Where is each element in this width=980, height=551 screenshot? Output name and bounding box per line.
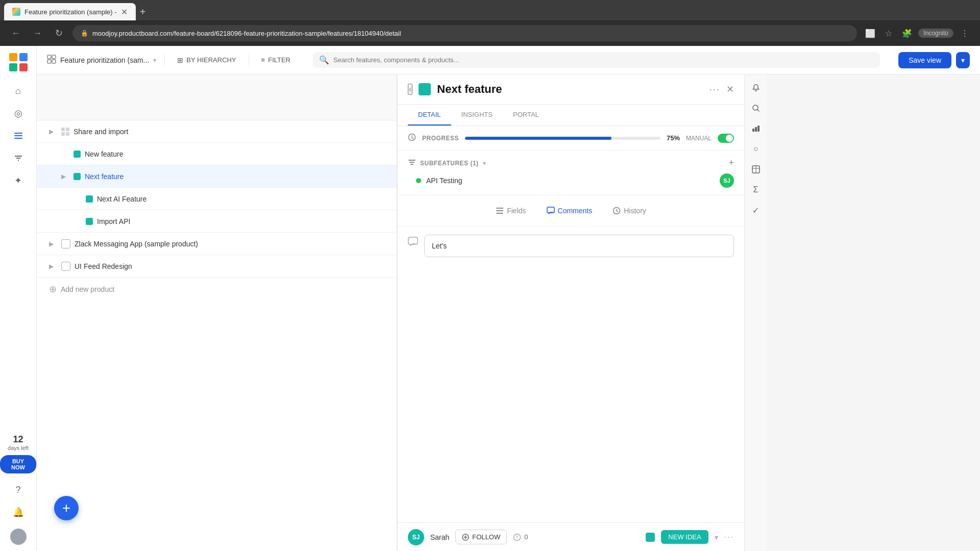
box-icon-ui [61, 262, 70, 271]
extensions-icon[interactable]: 🧩 [900, 26, 914, 40]
detail-close-button[interactable]: ✕ [726, 84, 734, 95]
chevron-icon-zlack: ▶ [49, 240, 57, 247]
tab-fields[interactable]: Fields [492, 204, 530, 218]
bottom-more-button[interactable]: ··· [724, 533, 734, 542]
hierarchy-button[interactable]: ⊞ BY HIERARCHY [173, 54, 240, 66]
tab-portal[interactable]: PORTAL [503, 105, 549, 126]
action-check-icon[interactable]: ✓ [747, 201, 765, 219]
active-tab[interactable]: Feature prioritization (sample) - ✕ [4, 3, 136, 20]
menu-icon[interactable]: ⋮ [958, 26, 972, 40]
svg-rect-2 [9, 63, 17, 71]
chevron-icon-ui: ▶ [49, 263, 57, 270]
feature-item-ui-feed[interactable]: ▶ UI Feed Redesign [37, 255, 397, 278]
save-view-dropdown-button[interactable]: ▾ [956, 52, 970, 68]
search-input[interactable] [333, 56, 874, 64]
buy-now-button[interactable]: BUY NOW [0, 455, 36, 473]
comment-bubble-icon [408, 237, 418, 249]
svg-rect-29 [755, 127, 757, 132]
progress-toggle[interactable] [718, 134, 734, 143]
sidebar-list-icon[interactable] [8, 126, 29, 146]
action-bell-icon[interactable] [747, 79, 765, 97]
new-idea-button[interactable]: NEW IDEA [661, 530, 708, 544]
color-dot-next-ai [86, 195, 93, 203]
detail-more-button[interactable]: ··· [709, 84, 720, 95]
tab-bar: Feature prioritization (sample) - ✕ + [0, 0, 980, 20]
subfeature-status-dot [416, 178, 421, 183]
feature-list: ▶ Share and import [37, 120, 397, 551]
tab-close-icon[interactable]: ✕ [121, 7, 128, 17]
svg-rect-4 [14, 133, 22, 134]
feature-name-next-feature: Next feature [85, 172, 124, 181]
url-text: moodjoy.productboard.com/feature-board/6… [92, 30, 401, 37]
app-logo[interactable] [8, 52, 29, 72]
action-chart-icon[interactable] [747, 119, 765, 138]
search-bar[interactable]: 🔍 [313, 52, 880, 68]
board-title-chevron[interactable]: ▾ [153, 57, 156, 64]
days-number: 12 [13, 434, 23, 445]
url-bar[interactable]: 🔒 moodjoy.productboard.com/feature-board… [72, 25, 857, 41]
sidebar-notifications-icon[interactable]: 🔔 [8, 502, 29, 522]
follow-button[interactable]: FOLLOW [455, 530, 507, 544]
new-idea-dropdown-arrow[interactable]: ▾ [715, 533, 718, 541]
save-view-button[interactable]: Save view [898, 52, 951, 68]
reload-button[interactable]: ↻ [51, 26, 66, 41]
svg-rect-0 [9, 53, 17, 61]
feature-item-import-api[interactable]: ▶ Import API [37, 210, 397, 233]
sidebar-help-icon[interactable]: ? [8, 480, 29, 500]
progress-bar-fill [465, 137, 611, 140]
subfeature-item-api[interactable]: API Testing SJ [408, 168, 734, 188]
user-avatar[interactable] [10, 529, 27, 545]
sidebar-star-icon[interactable]: ✦ [8, 170, 29, 191]
progress-label: PROGRESS [422, 135, 459, 142]
detail-panel: ‹ Next feature ··· ✕ DETAIL INSIGHTS POR… [397, 74, 744, 551]
action-search-icon[interactable] [747, 99, 765, 117]
subfeatures-chevron[interactable]: ▾ [483, 160, 486, 167]
subfeatures-add-button[interactable]: + [728, 158, 734, 168]
tab-history[interactable]: History [608, 204, 650, 218]
fields-tab-label: Fields [507, 207, 526, 215]
action-sigma-icon[interactable]: Σ [747, 181, 765, 199]
feature-item-next-feature[interactable]: ▶ Next feature [37, 165, 397, 188]
subfeatures-header: SUBFEATURES (1) ▾ + [408, 158, 734, 168]
comment-input-field[interactable] [424, 235, 734, 257]
back-button[interactable]: ← [8, 26, 23, 41]
sidebar-filter-icon[interactable] [8, 148, 29, 168]
subfeatures-label: SUBFEATURES (1) [420, 160, 479, 167]
sidebar-insights-icon[interactable]: ◎ [8, 103, 29, 123]
feature-item-next-ai[interactable]: ▶ Next AI Feature [37, 188, 397, 210]
sidebar-home-icon[interactable]: ⌂ [8, 81, 29, 101]
forward-button[interactable]: → [30, 26, 45, 41]
action-circle-icon[interactable]: ○ [747, 140, 765, 158]
board-title-text: Feature prioritization (sam... [60, 56, 149, 64]
bottom-user-avatar: SJ [408, 529, 424, 545]
detail-back-button[interactable]: ‹ [408, 84, 412, 95]
new-idea-label: NEW IDEA [668, 533, 701, 541]
save-view-btn-group: Save view ▾ [898, 51, 970, 69]
filter-icon: ≡ [261, 56, 265, 64]
svg-rect-11 [52, 55, 56, 59]
svg-rect-13 [52, 60, 56, 63]
tab-detail[interactable]: DETAIL [408, 105, 451, 126]
subfeatures-icon [408, 158, 416, 168]
feature-item-zlack[interactable]: ▶ Zlack Messaging App (sample product) [37, 233, 397, 255]
feature-item-share[interactable]: ▶ Share and import [37, 120, 397, 143]
bookmark-icon[interactable]: ☆ [881, 26, 896, 40]
board-title[interactable]: Feature prioritization (sam... ▾ [47, 55, 156, 66]
action-table-icon[interactable] [747, 160, 765, 179]
feature-name-ui-feed: UI Feed Redesign [75, 262, 132, 270]
fab-add-button[interactable]: + [54, 496, 79, 520]
svg-rect-19 [496, 210, 503, 211]
tab-insights[interactable]: INSIGHTS [451, 105, 503, 126]
cast-icon[interactable]: ⬜ [863, 26, 877, 40]
tab-comments[interactable]: Comments [543, 204, 597, 218]
filter-button[interactable]: ≡ FILTER [257, 54, 295, 66]
history-icon [612, 207, 621, 215]
idea-count: 0 [513, 533, 528, 541]
new-tab-button[interactable]: + [136, 3, 150, 20]
add-product-label: Add new product [61, 285, 114, 293]
hierarchy-label: BY HIERARCHY [186, 56, 236, 64]
add-product-button[interactable]: ⊕ Add new product [37, 278, 397, 301]
feature-item-new-feature[interactable]: ▶ New feature [37, 143, 397, 165]
bottom-bar: SJ Sarah FOLLOW [398, 522, 744, 551]
comment-section-tabs: Fields Comments [398, 195, 744, 227]
